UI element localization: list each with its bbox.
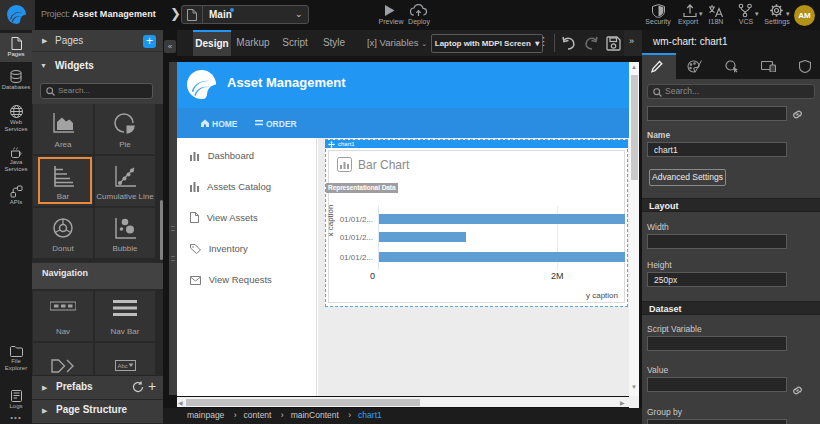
svg-text:Abc: Abc <box>117 363 127 369</box>
